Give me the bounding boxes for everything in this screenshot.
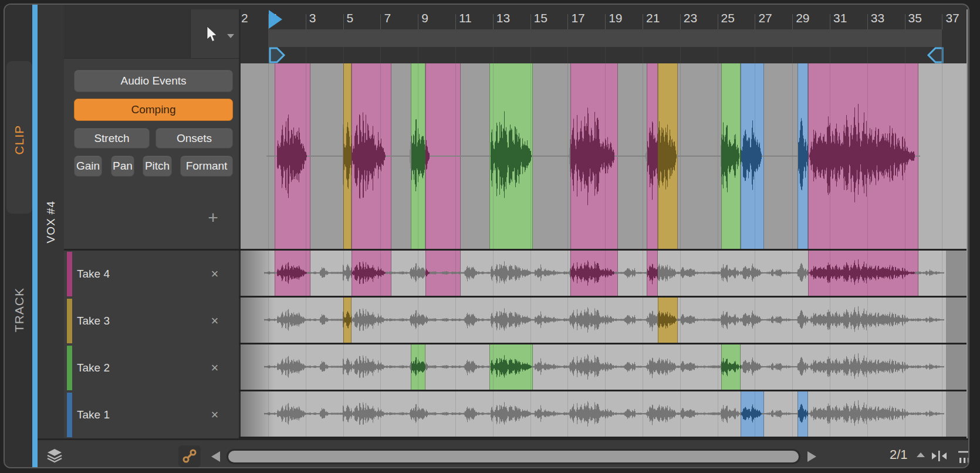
ruler-label: 19 <box>609 11 622 25</box>
panel-content-divider <box>239 9 241 438</box>
panel-button-formant[interactable]: Formant <box>180 156 233 177</box>
take-header-take1[interactable]: Take 1× <box>64 391 239 438</box>
link-button[interactable] <box>178 445 201 467</box>
ruler-label-partial: 2 <box>241 11 248 25</box>
scroll-left-icon[interactable] <box>211 451 220 462</box>
ruler-tick <box>755 14 755 29</box>
marker-row-gridline <box>680 47 681 63</box>
clip-marker-row[interactable] <box>241 47 967 63</box>
marker-row-gridline <box>380 47 381 63</box>
ruler-label: 37 <box>945 11 959 25</box>
take-lane-take1[interactable] <box>241 391 967 438</box>
ruler-label: 17 <box>571 11 584 25</box>
ruler-label: 3 <box>309 11 316 25</box>
loop-region-bar[interactable] <box>268 29 942 47</box>
panel-button-comping[interactable]: Comping <box>74 99 233 121</box>
take-name-label: Take 4 <box>77 251 110 298</box>
take-color-strip <box>67 346 72 390</box>
ruler-label: 31 <box>833 11 847 25</box>
horizontal-scrollbar[interactable] <box>227 449 800 464</box>
take-lane-take2[interactable] <box>241 344 967 391</box>
detail-editor-window: CLIP TRACK VOX #4 2135791113151719212325… <box>4 4 969 468</box>
grid-resolution-value[interactable]: 2/1 <box>890 440 908 468</box>
panel-button-audio-events[interactable]: Audio Events <box>74 70 233 92</box>
take-color-strip <box>67 252 72 296</box>
ruler-label: 15 <box>534 11 548 25</box>
take-lane-take4[interactable] <box>241 251 967 298</box>
marker-row-gridline <box>942 47 942 63</box>
add-take-button[interactable]: + <box>203 208 223 228</box>
comp-result-area[interactable] <box>241 63 967 249</box>
ruler-tick <box>343 14 344 29</box>
marker-row-gridline <box>792 47 793 63</box>
follow-playhead-icon[interactable] <box>957 447 969 465</box>
take-header-take2[interactable]: Take 2× <box>64 344 239 391</box>
ruler-label: 9 <box>421 11 428 25</box>
panel-button-gain[interactable]: Gain <box>74 156 102 177</box>
caret-up-icon[interactable] <box>917 452 925 457</box>
ruler-label: 21 <box>646 11 660 25</box>
layers-icon[interactable] <box>46 448 63 464</box>
ruler-tick <box>942 14 942 29</box>
marker-row-gridline <box>268 47 269 63</box>
take-close-button[interactable]: × <box>206 298 224 344</box>
panel-button-pan[interactable]: Pan <box>111 156 134 177</box>
link-icon <box>182 448 197 464</box>
clip-start-marker[interactable] <box>268 47 286 63</box>
take-close-button[interactable]: × <box>206 344 224 391</box>
content-right-edge <box>967 9 968 438</box>
scrollbar-thumb[interactable] <box>228 451 799 462</box>
ruler-tick <box>605 14 606 29</box>
take-lane-take3[interactable] <box>241 298 967 344</box>
marker-row-gridline <box>643 47 643 63</box>
marker-row-gridline <box>867 47 868 63</box>
ruler-label: 33 <box>871 11 884 25</box>
take-close-button[interactable]: × <box>206 251 224 298</box>
ruler-tick <box>905 14 905 29</box>
ruler-label: 35 <box>908 11 922 25</box>
take-name-label: Take 3 <box>77 298 110 344</box>
take-header-take4[interactable]: Take 4× <box>64 251 239 298</box>
zoom-to-fit-icon[interactable] <box>931 449 948 463</box>
take-name-label: Take 1 <box>77 391 110 438</box>
clip-name-label: VOX #4 <box>43 187 59 257</box>
playhead-marker[interactable] <box>268 9 283 29</box>
ruler-tick <box>680 14 681 29</box>
ruler-tick <box>418 14 418 29</box>
marker-row-gridline <box>605 47 606 63</box>
take-color-strip <box>67 393 72 437</box>
ruler-tick <box>493 14 494 29</box>
timeline-ruler[interactable]: 2135791113151719212325272931333537 <box>241 9 967 29</box>
ruler-label: 29 <box>796 11 809 25</box>
panel-button-pitch[interactable]: Pitch <box>143 156 172 177</box>
ruler-label: 7 <box>384 11 391 25</box>
editor-bottom-bar: 2/1 <box>38 438 969 468</box>
comping-panel: Audio EventsCompingStretchOnsetsGainPanP… <box>64 58 239 249</box>
marker-row-gridline <box>343 47 344 63</box>
tab-clip[interactable]: CLIP <box>11 87 28 192</box>
panel-button-onsets[interactable]: Onsets <box>156 128 233 148</box>
scroll-right-icon[interactable] <box>807 451 816 462</box>
marker-row-gridline <box>530 47 531 63</box>
take-close-button[interactable]: × <box>206 391 224 438</box>
marker-row-gridline <box>418 47 418 63</box>
marker-row-gridline <box>755 47 755 63</box>
ruler-tick <box>306 14 306 29</box>
marker-row-gridline <box>455 47 456 63</box>
caret-down-icon[interactable] <box>227 34 234 38</box>
ruler-tick <box>718 14 718 29</box>
ruler-label: 27 <box>758 11 772 25</box>
tool-selector-box[interactable] <box>190 9 239 60</box>
ruler-tick <box>455 14 456 29</box>
tab-track[interactable]: TRACK <box>11 275 28 345</box>
take-name-label: Take 2 <box>77 344 110 391</box>
ruler-tick <box>643 14 643 29</box>
marker-row-gridline <box>567 47 568 63</box>
panel-button-stretch[interactable]: Stretch <box>74 128 150 148</box>
ruler-tick <box>830 14 830 29</box>
ruler-label: 25 <box>721 11 735 25</box>
ruler-tick <box>792 14 793 29</box>
ruler-label: 13 <box>496 11 510 25</box>
take-header-take3[interactable]: Take 3× <box>64 298 239 344</box>
clip-accent-line <box>32 5 38 468</box>
